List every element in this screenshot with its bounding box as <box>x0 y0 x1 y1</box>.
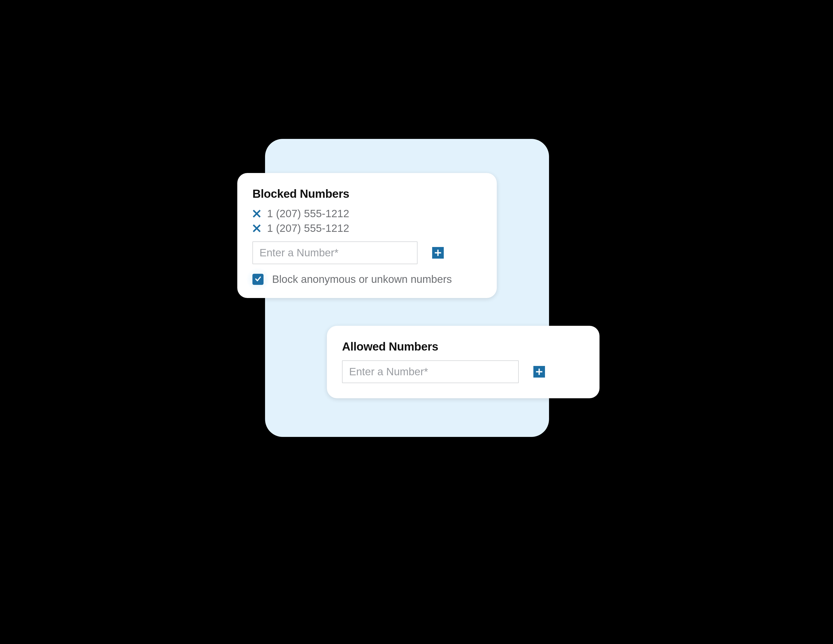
block-anonymous-label: Block anonymous or unkown numbers <box>272 273 452 285</box>
blocked-input-row <box>252 242 482 264</box>
allowed-input-row <box>342 361 584 383</box>
remove-icon[interactable] <box>252 209 261 218</box>
plus-icon <box>434 249 442 257</box>
blocked-number-input[interactable] <box>252 242 418 264</box>
blocked-number-row: 1 (207) 555-1212 <box>252 222 482 234</box>
blocked-number-text: 1 (207) 555-1212 <box>267 208 349 220</box>
blocked-numbers-card: Blocked Numbers 1 (207) 555-1212 1 (207)… <box>237 173 497 298</box>
blocked-numbers-title: Blocked Numbers <box>252 187 482 201</box>
block-anonymous-checkbox[interactable] <box>252 274 264 285</box>
check-icon <box>254 275 262 283</box>
allowed-numbers-card: Allowed Numbers <box>327 326 600 398</box>
blocked-number-text: 1 (207) 555-1212 <box>267 222 349 234</box>
block-anonymous-row: Block anonymous or unkown numbers <box>252 273 482 285</box>
add-blocked-number-button[interactable] <box>432 247 444 259</box>
allowed-numbers-title: Allowed Numbers <box>342 340 584 353</box>
remove-icon[interactable] <box>252 224 261 233</box>
allowed-number-input[interactable] <box>342 361 519 383</box>
plus-icon <box>536 368 543 375</box>
add-allowed-number-button[interactable] <box>533 366 545 378</box>
blocked-number-row: 1 (207) 555-1212 <box>252 208 482 220</box>
